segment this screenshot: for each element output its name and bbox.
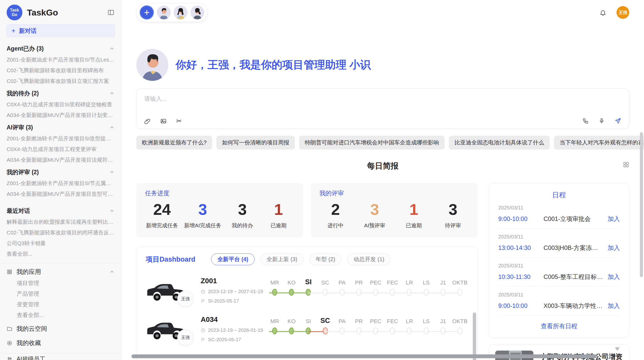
project-date-range: 2023-12-19 ~ 2027-01-19 xyxy=(208,289,263,294)
suggestion-chip[interactable]: 特朗普可能对进口汽车增税会对中国车企造成哪些影响 xyxy=(299,136,445,149)
view-all-schedule-link[interactable]: 查看所有日程 xyxy=(498,316,620,330)
schedule-title: 日程 xyxy=(498,190,620,200)
chevron-up-icon[interactable] xyxy=(109,169,115,175)
list-item[interactable]: C02-飞腾新能源轻客改款项目的闭环通告反馈情况 xyxy=(7,227,115,238)
milestone-dot xyxy=(323,327,328,334)
section-header-my-review[interactable]: 我的评审 (2) xyxy=(7,166,115,178)
tab-new-platform[interactable]: 全新平台 (4) xyxy=(211,253,255,265)
chevron-up-icon[interactable] xyxy=(109,91,115,96)
sidebar-item-ai-super-staff[interactable]: AI超级员工 xyxy=(7,353,115,360)
chevron-up-icon[interactable] xyxy=(109,46,115,51)
notification-bell-icon[interactable] xyxy=(599,9,606,16)
section-header-recent-chats[interactable]: 最近对话 xyxy=(7,205,115,217)
list-item[interactable]: Z001-全新燃油轻卡产品开发项目SI造型提交物评审 xyxy=(7,133,115,144)
view-all-chats-link[interactable]: 查看全部... xyxy=(7,249,115,259)
join-meeting-link[interactable]: 加入 xyxy=(608,215,620,223)
section-header-ai-review[interactable]: AI评审 (3) xyxy=(7,122,115,133)
send-icon[interactable] xyxy=(614,117,621,124)
list-item[interactable]: C0X4-动力总成开发项目工程变更评审 xyxy=(7,144,115,155)
suggestion-chip[interactable]: 欧洲新规最近颁布了什么? xyxy=(136,136,212,149)
scroll-right-arrow[interactable] xyxy=(609,354,613,358)
list-item[interactable]: 解释最新出台的欧盟报废车法规再生塑料比例被调至15%... xyxy=(7,217,115,227)
sidebar: Task Go TaskGo + 新对话 Agent已办 (3) Z001-全新… xyxy=(0,0,122,360)
project-row-z001[interactable]: 王强 Z001 2023-12-19 ~ 2027-01-19 SI-2025-… xyxy=(146,277,468,304)
list-item[interactable]: A034-全新新能源MUV产品开发项目法规符合性评审 xyxy=(7,155,115,165)
microphone-icon[interactable] xyxy=(598,118,605,124)
project-row-a034[interactable]: 王强 A034 2023-12-19 ~ 2026-01-19 SC-2025-… xyxy=(146,316,468,342)
agent-avatar-1[interactable] xyxy=(157,6,171,19)
screenshot-scissors-icon[interactable]: ✂ xyxy=(176,118,182,124)
attachment-icon[interactable] xyxy=(144,118,151,124)
sidebar-item-favorites[interactable]: 我的收藏 xyxy=(7,337,115,349)
list-item[interactable]: C02-飞腾新能源轻客改款项目里程碑画布 xyxy=(7,65,115,76)
milestone-ko: KO xyxy=(283,277,300,297)
list-item[interactable]: Z001-全新燃油轻卡产品开发项目SI节点属性5D文件评审 xyxy=(7,178,115,189)
stat-label: 已逾期 xyxy=(399,222,429,229)
suggestion-chip[interactable]: 当下年轻人对汽车外观有怎样的喜好趋势 xyxy=(554,136,644,149)
milestone-timeline: MR KO SI SC PA PR PEC FEC LR LS J1 OKTB xyxy=(266,316,468,336)
schedule-event: 2025/03/11 9:00-10:00 X003-车辆动力学性能验... 加… xyxy=(498,287,620,316)
stat-pending-review: 3 待评审 xyxy=(438,200,468,229)
greeting-block: 你好，王强，我是你的项目管理助理 小识 xyxy=(136,49,629,81)
user-avatar[interactable]: 王强 xyxy=(617,6,629,19)
join-meeting-link[interactable]: 加入 xyxy=(608,244,620,252)
folder-icon xyxy=(7,326,12,332)
stat-value: 2 xyxy=(320,200,350,218)
new-chat-button[interactable]: + 新对话 xyxy=(7,24,115,37)
scroll-down-indicator[interactable] xyxy=(615,347,620,351)
suggestion-chip[interactable]: 如何写一份清晰的项目周报 xyxy=(216,136,295,149)
sidebar-item-my-apps[interactable]: 我的应用 xyxy=(7,266,115,278)
agent-avatar-3[interactable] xyxy=(191,6,204,19)
milestone-dot xyxy=(340,327,345,334)
agent-avatar-2[interactable] xyxy=(174,6,187,19)
tab-powertrain-dev[interactable]: 动总开发 (1) xyxy=(347,253,391,265)
milestone-si: SI xyxy=(300,316,317,336)
stat-new-completed: 24 新增完成任务 xyxy=(146,200,178,229)
tab-model-year[interactable]: 年型 (2) xyxy=(309,253,342,265)
list-item[interactable]: C0X4-动力总成开发项目SI里程碑提交物检查 xyxy=(7,99,115,110)
chevron-up-icon[interactable] xyxy=(109,269,115,275)
join-meeting-link[interactable]: 加入 xyxy=(608,273,620,281)
event-date: 2025/03/11 xyxy=(498,292,620,298)
layout-grid-icon[interactable] xyxy=(623,161,629,168)
join-meeting-link[interactable]: 加入 xyxy=(608,302,620,310)
image-upload-icon[interactable] xyxy=(160,118,167,124)
project-vehicle-image: 王强 xyxy=(146,316,186,342)
list-item[interactable]: Z001-全新燃油皮卡产品开发项目SI节点Lesson Learn报告 xyxy=(7,54,115,65)
event-time: 9:00-10:00 xyxy=(498,302,544,309)
list-item[interactable]: A034-全新新能源MUV产品开发项目计划变更表编写 xyxy=(7,110,115,121)
chevron-up-icon[interactable] xyxy=(109,208,115,214)
stat-ai-pre-review: 3 AI预评审 xyxy=(360,200,390,229)
milestone-j1: J1 xyxy=(435,277,451,297)
view-all-apps-link[interactable]: 查看全部... xyxy=(7,310,115,321)
add-agent-button[interactable]: + xyxy=(140,5,154,20)
sidebar-item-cloud-space[interactable]: 我的云空间 xyxy=(7,323,115,335)
plus-icon: + xyxy=(11,27,16,35)
project-code: Z001 xyxy=(201,277,264,285)
suggestion-chip[interactable]: 比亚迪全固态电池计划具体说了什么 xyxy=(449,136,550,149)
list-item[interactable]: C02-飞腾新能源轻客改款项目立项汇报方案 xyxy=(7,76,115,86)
event-name: C001-立项审批会 xyxy=(544,215,604,223)
sidebar-item-change-mgmt[interactable]: 变更管理 xyxy=(7,299,115,310)
list-item[interactable]: A034-全新新能源MUV产品开发项目造型可行性评审 xyxy=(7,189,115,199)
list-item[interactable]: 公司Q3轻卡销量 xyxy=(7,238,115,249)
stat-label: 已逾期 xyxy=(264,222,294,229)
daily-briefing-header: 每日简报 xyxy=(136,161,629,171)
chevron-up-icon[interactable] xyxy=(109,125,115,130)
star-badge-icon xyxy=(7,340,12,346)
sidebar-item-project-mgmt[interactable]: 项目管理 xyxy=(7,278,115,289)
chat-input[interactable] xyxy=(144,95,478,102)
tab-new-body[interactable]: 全新上装 (3) xyxy=(260,253,304,265)
stat-label: 新增AI完成任务 xyxy=(184,222,221,229)
horizontal-scrollbar[interactable] xyxy=(131,354,597,358)
clock-icon xyxy=(201,289,206,294)
input-right-icons xyxy=(582,117,621,124)
vertical-scrollbar[interactable] xyxy=(640,132,643,277)
sidebar-item-product-mgmt[interactable]: 产品管理 xyxy=(7,289,115,299)
dashboard-scrollbar[interactable] xyxy=(473,312,476,360)
section-header-agent-done[interactable]: Agent已办 (3) xyxy=(7,43,115,54)
phone-icon[interactable] xyxy=(582,118,589,124)
agent-avatar-group: + xyxy=(136,3,208,22)
section-header-my-todo[interactable]: 我的待办 (2) xyxy=(7,87,115,99)
sidebar-collapse-icon[interactable] xyxy=(107,9,115,16)
